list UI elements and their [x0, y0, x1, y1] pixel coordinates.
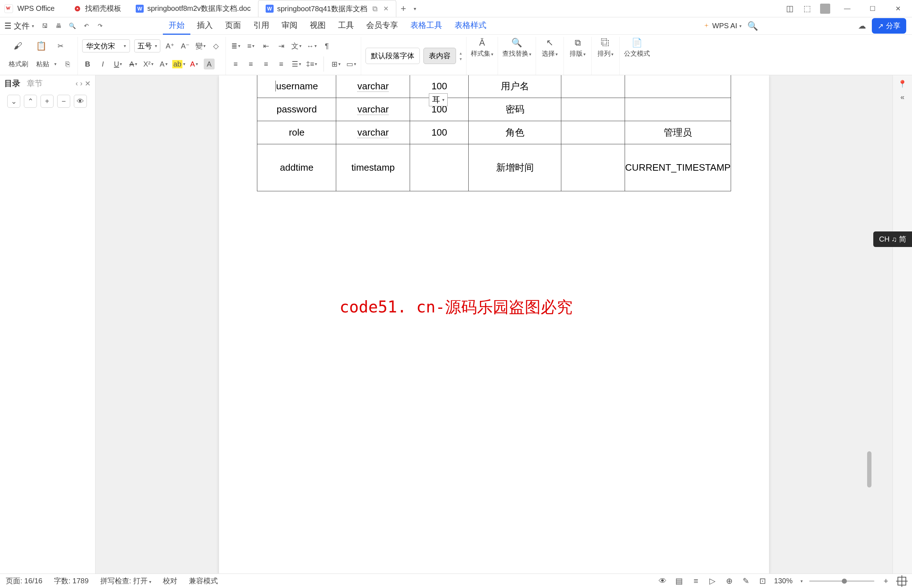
- menu-page[interactable]: 页面: [219, 17, 247, 35]
- select-button[interactable]: ↖选择▾: [540, 37, 559, 58]
- menu-table-styles[interactable]: 表格样式: [449, 17, 492, 35]
- vertical-scrollbar[interactable]: [867, 80, 872, 569]
- canvas[interactable]: 耳 ▾ username varchar 100 用户名 password va…: [96, 75, 893, 573]
- outline-icon[interactable]: ≡: [691, 577, 701, 586]
- restore-icon[interactable]: ⧉: [373, 5, 377, 13]
- menu-insert[interactable]: 插入: [191, 17, 219, 35]
- edit-icon[interactable]: ✎: [741, 577, 751, 586]
- increase-indent-button[interactable]: ⇥: [276, 40, 287, 51]
- line-break-button[interactable]: ¶: [321, 40, 332, 51]
- preview-icon[interactable]: 🔍: [67, 21, 78, 31]
- number-list-button[interactable]: ≡▾: [245, 40, 256, 51]
- menu-vip[interactable]: 会员专享: [360, 17, 404, 35]
- sidebar-tab-toc[interactable]: 目录: [4, 78, 20, 89]
- menu-start[interactable]: 开始: [163, 17, 190, 35]
- phonetic-button[interactable]: 變▾: [195, 40, 206, 51]
- wps-ai-button[interactable]: WPS AI ▾: [703, 22, 742, 30]
- align-left-button[interactable]: ≡: [230, 58, 241, 69]
- cut-button[interactable]: ✂: [55, 40, 66, 51]
- increase-font-button[interactable]: A⁺: [165, 40, 175, 51]
- shading-button[interactable]: A: [204, 58, 215, 69]
- superscript-button[interactable]: X²▾: [143, 58, 154, 69]
- fullscreen-icon[interactable]: [897, 577, 906, 585]
- tab-doc1[interactable]: W springbootf8m2v数据库文档.doc: [128, 0, 258, 17]
- add-tab-button[interactable]: +: [396, 0, 411, 17]
- paste-button[interactable]: 📋: [32, 40, 51, 52]
- doc-table[interactable]: username varchar 100 用户名 password varcha…: [257, 75, 731, 191]
- align-justify-button[interactable]: ≡: [276, 58, 287, 69]
- char-spacing-button[interactable]: ↔▾: [306, 40, 317, 51]
- play-icon[interactable]: ▷: [708, 577, 718, 586]
- tab-list-dropdown[interactable]: ▾: [411, 6, 419, 11]
- menu-tools[interactable]: 工具: [332, 17, 360, 35]
- word-count[interactable]: 字数: 1789: [54, 576, 89, 586]
- table-content-button[interactable]: 表内容: [423, 48, 456, 64]
- window-multi-icon[interactable]: ◫: [785, 4, 794, 13]
- menu-reference[interactable]: 引用: [248, 17, 275, 35]
- redo-icon[interactable]: ↷: [95, 21, 105, 31]
- decrease-font-button[interactable]: A⁻: [180, 40, 191, 51]
- proof-status[interactable]: 校对: [163, 576, 177, 586]
- page-status[interactable]: 页面: 16/16: [6, 576, 42, 586]
- font-family-select[interactable]: 华文仿宋▾: [82, 39, 130, 52]
- close-tab-icon[interactable]: ✕: [383, 5, 389, 13]
- sidebar-close-icon[interactable]: ✕: [85, 79, 91, 88]
- search-icon[interactable]: 🔍: [747, 21, 758, 31]
- bold-button[interactable]: B: [82, 58, 93, 69]
- zoom-thumb[interactable]: [842, 578, 847, 584]
- copy-button[interactable]: ⎘: [62, 58, 73, 69]
- distribute-button[interactable]: ☰▾: [291, 58, 302, 69]
- eye-icon[interactable]: 👁: [658, 577, 668, 586]
- line-spacing-button[interactable]: ‡≡▾: [306, 58, 317, 69]
- layout-button[interactable]: ⧉排版▾: [568, 37, 587, 58]
- scroll-up-icon[interactable]: ▴: [460, 51, 462, 56]
- border-button[interactable]: ⊞▾: [330, 58, 341, 69]
- collapse-panel-icon[interactable]: «: [898, 92, 907, 101]
- find-replace-button[interactable]: 🔍查找替换▾: [502, 37, 531, 58]
- zoom-level[interactable]: 130%: [774, 577, 792, 585]
- align-center-button[interactable]: ≡: [245, 58, 256, 69]
- tab-template[interactable]: 找稻壳模板: [66, 0, 128, 17]
- decrease-indent-button[interactable]: ⇤: [261, 40, 271, 51]
- expand-button[interactable]: ⌃: [24, 95, 37, 108]
- scrollbar-thumb[interactable]: [867, 451, 872, 488]
- file-menu[interactable]: ☰ 文件 ▾: [4, 21, 34, 31]
- print-icon[interactable]: 🖶: [53, 21, 64, 31]
- italic-button[interactable]: I: [97, 58, 108, 69]
- docmode-button[interactable]: 📄公文模式: [624, 37, 650, 58]
- menu-view[interactable]: 视图: [304, 17, 332, 35]
- clear-format-button[interactable]: ◇: [210, 40, 221, 51]
- font-color-button[interactable]: A▾: [189, 58, 199, 69]
- collapse-button[interactable]: ⌄: [7, 95, 20, 108]
- tab-doc2-active[interactable]: W springboot78q41数据库文档 ⧉ ✕: [258, 0, 396, 17]
- page-view-icon[interactable]: ▤: [674, 577, 684, 586]
- strikethrough-button[interactable]: A▾: [128, 58, 139, 69]
- align-right-button[interactable]: ≡: [261, 58, 271, 69]
- bullet-list-button[interactable]: ≣▾: [230, 40, 241, 51]
- enclose-button[interactable]: A▾: [158, 58, 169, 69]
- menu-table-tools[interactable]: 表格工具: [405, 17, 448, 35]
- undo-icon[interactable]: ↶: [81, 21, 91, 31]
- zoom-in-icon[interactable]: +: [881, 577, 891, 586]
- font-size-select[interactable]: 五号▾: [134, 39, 160, 52]
- sidebar-prev-icon[interactable]: ‹: [76, 79, 78, 88]
- close-button[interactable]: ✕: [889, 0, 906, 17]
- grid-icon[interactable]: ⊡: [758, 577, 768, 586]
- arrange-button[interactable]: ⿻排列▾: [596, 37, 615, 58]
- zoom-slider[interactable]: [809, 580, 874, 582]
- default-para-button[interactable]: 默认段落字体: [366, 48, 420, 64]
- remove-button[interactable]: −: [57, 95, 70, 108]
- spell-status[interactable]: 拼写检查: 打开▾: [100, 576, 151, 586]
- highlight-button[interactable]: ab▾: [173, 58, 184, 69]
- eye-button[interactable]: 👁: [74, 95, 87, 108]
- format-brush-button[interactable]: 🖌: [9, 40, 28, 52]
- share-button[interactable]: ↗ 分享: [872, 18, 906, 34]
- minimize-button[interactable]: —: [839, 0, 855, 17]
- avatar[interactable]: [820, 3, 830, 14]
- sidebar-next-icon[interactable]: ›: [80, 79, 83, 88]
- cube-icon[interactable]: ⬚: [803, 4, 812, 13]
- maximize-button[interactable]: ☐: [864, 0, 881, 17]
- styleset-button[interactable]: Ā样式集▾: [471, 37, 493, 58]
- add-button[interactable]: +: [40, 95, 53, 108]
- text-direction-button[interactable]: 文▾: [291, 40, 302, 51]
